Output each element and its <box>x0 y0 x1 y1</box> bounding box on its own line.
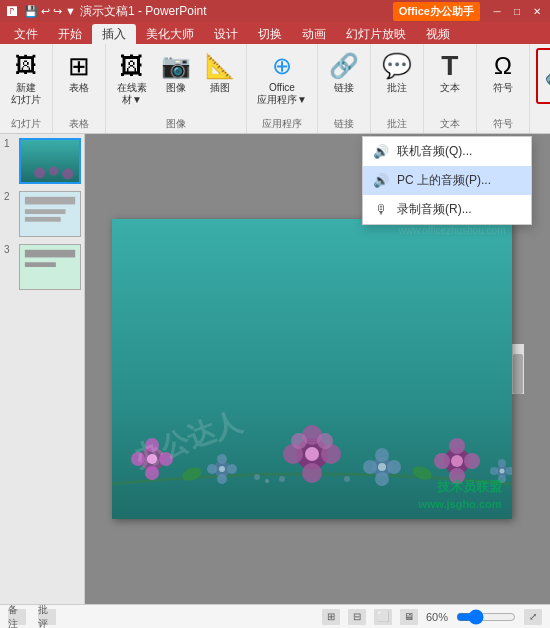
ribbon-group-links: 🔗 链接 链接 <box>318 44 371 133</box>
ribbon-group-apps: ⊕ Office应用程序▼ 应用程序 <box>247 44 318 133</box>
slide-thumb-1: 1 ★ <box>4 138 80 187</box>
svg-point-6 <box>180 465 203 483</box>
slide-num-2: 2 <box>4 191 16 202</box>
link-button[interactable]: 🔗 链接 <box>324 48 364 96</box>
slide-thumb-2: 2 ★ <box>4 191 80 240</box>
view-slide-sorter-icon[interactable]: ⊟ <box>348 609 366 625</box>
table-label: 表格 <box>69 82 89 94</box>
office-apps-icon: ⊕ <box>266 50 298 82</box>
svg-point-9 <box>227 464 237 474</box>
close-button[interactable]: ✕ <box>528 3 546 19</box>
watermark-2: 技术员联盟www.jsgho.com <box>418 478 501 511</box>
tab-animations[interactable]: 动画 <box>292 24 336 44</box>
text-icon: T <box>434 50 466 82</box>
new-slide-label: 新建幻灯片 <box>11 82 41 106</box>
record-audio-label: 录制音频(R)... <box>397 201 472 218</box>
svg-point-8 <box>217 454 227 464</box>
new-slide-button[interactable]: 🖼 新建幻灯片 <box>6 48 46 108</box>
zoom-label: 60% <box>426 611 448 623</box>
ribbon-group-tables: ⊞ 表格 表格 <box>53 44 106 133</box>
table-icon: ⊞ <box>63 50 95 82</box>
main-slide[interactable]: 办公达人 技术员联盟www.jsgho.com www.officezhusho… <box>112 219 512 519</box>
audio-dropdown-menu: 🔊 联机音频(Q)... 🔊 PC 上的音频(P)... 🎙 录制音频(R)..… <box>362 136 532 225</box>
comment-button[interactable]: 💬 批注 <box>377 48 417 96</box>
new-slide-icon: 🖼 <box>10 50 42 82</box>
text-button[interactable]: T 文本 <box>430 48 470 96</box>
pc-audio-label: PC 上的音频(P)... <box>397 172 491 189</box>
media-button[interactable]: 🔊 媒体 <box>536 48 550 104</box>
svg-point-20 <box>317 433 333 449</box>
comments-label: 批评 <box>38 603 56 629</box>
comments-button[interactable]: 批评 <box>38 609 56 625</box>
view-reading-icon[interactable]: ⬜ <box>374 609 392 625</box>
quick-access-icons: 💾 ↩ ↪ ▼ <box>24 5 76 18</box>
image-button[interactable]: 📷 图像 <box>156 48 196 96</box>
tab-home[interactable]: 开始 <box>48 24 92 44</box>
status-bar: 备注 批评 ⊞ ⊟ ⬜ 🖥 60% ⤢ <box>0 604 550 628</box>
symbol-icon: Ω <box>487 50 519 82</box>
media-icon: 🔊 <box>546 54 550 86</box>
slides-group-label: 幻灯片 <box>11 117 41 131</box>
online-media-button[interactable]: 🖼 在线素材▼ <box>112 48 152 108</box>
fit-window-icon[interactable]: ⤢ <box>524 609 542 625</box>
link-label: 链接 <box>334 82 354 94</box>
slide-canvas-3[interactable] <box>19 244 81 290</box>
save-icon[interactable]: 💾 <box>24 5 38 18</box>
slide-3[interactable] <box>19 244 81 293</box>
minimize-button[interactable]: ─ <box>488 3 506 19</box>
svg-point-29 <box>363 460 377 474</box>
slide-2[interactable] <box>19 191 81 240</box>
illustration-button[interactable]: 📐 插图 <box>200 48 240 96</box>
tab-design[interactable]: 设计 <box>204 24 248 44</box>
tab-transitions[interactable]: 切换 <box>248 24 292 44</box>
scroll-thumb[interactable] <box>513 354 523 394</box>
svg-point-21 <box>291 433 307 449</box>
online-media-label: 在线素材▼ <box>117 82 147 106</box>
svg-point-11 <box>207 464 217 474</box>
slide-canvas-2[interactable] <box>19 191 81 237</box>
record-audio-icon: 🎙 <box>373 202 389 218</box>
comment-label: 批注 <box>387 82 407 94</box>
tab-beautify[interactable]: 美化大师 <box>136 24 204 44</box>
svg-point-30 <box>378 463 386 471</box>
customize-icon[interactable]: ▼ <box>65 5 76 18</box>
slide-num-3: 3 <box>4 244 16 255</box>
status-left: 备注 批评 <box>8 609 56 625</box>
table-button[interactable]: ⊞ 表格 <box>59 48 99 96</box>
svg-point-14 <box>265 479 269 483</box>
ribbon-group-comments: 💬 批注 批注 <box>371 44 424 133</box>
title-bar: 🅿 💾 ↩ ↪ ▼ 演示文稿1 - PowerPoint Office办公助手 … <box>0 0 550 22</box>
svg-point-33 <box>449 438 465 454</box>
notes-button[interactable]: 备注 <box>8 609 26 625</box>
undo-icon[interactable]: ↩ <box>41 5 50 18</box>
tab-file[interactable]: 文件 <box>4 24 48 44</box>
tab-video[interactable]: 视频 <box>416 24 460 44</box>
pc-audio-item[interactable]: 🔊 PC 上的音频(P)... <box>363 166 531 195</box>
link-icon: 🔗 <box>328 50 360 82</box>
slide-num-1: 1 <box>4 138 16 149</box>
slide-canvas-1[interactable] <box>19 138 81 184</box>
maximize-button[interactable]: □ <box>508 3 526 19</box>
record-audio-item[interactable]: 🎙 录制音频(R)... <box>363 195 531 224</box>
redo-icon[interactable]: ↪ <box>53 5 62 18</box>
symbol-button[interactable]: Ω 符号 <box>483 48 523 96</box>
image-label: 图像 <box>166 82 186 94</box>
view-slideshow-icon[interactable]: 🖥 <box>400 609 418 625</box>
tab-insert[interactable]: 插入 <box>92 24 136 44</box>
office-apps-button[interactable]: ⊕ Office应用程序▼ <box>253 48 311 108</box>
svg-point-12 <box>219 466 225 472</box>
apps-group-label: 应用程序 <box>262 117 302 131</box>
svg-point-18 <box>302 463 322 483</box>
illustration-icon: 📐 <box>204 50 236 82</box>
view-normal-icon[interactable]: ⊞ <box>322 609 340 625</box>
online-audio-item[interactable]: 🔊 联机音频(Q)... <box>363 137 531 166</box>
slide-1[interactable] <box>19 138 81 187</box>
image-icon: 📷 <box>160 50 192 82</box>
tab-slideshow[interactable]: 幻灯片放映 <box>336 24 416 44</box>
zoom-slider[interactable] <box>456 609 516 625</box>
vertical-scrollbar[interactable] <box>512 344 524 394</box>
slide-thumb-3: 3 ★ <box>4 244 80 293</box>
svg-point-36 <box>434 453 450 469</box>
illustration-label: 插图 <box>210 82 230 94</box>
office-badge[interactable]: Office办公助手 <box>393 2 480 21</box>
